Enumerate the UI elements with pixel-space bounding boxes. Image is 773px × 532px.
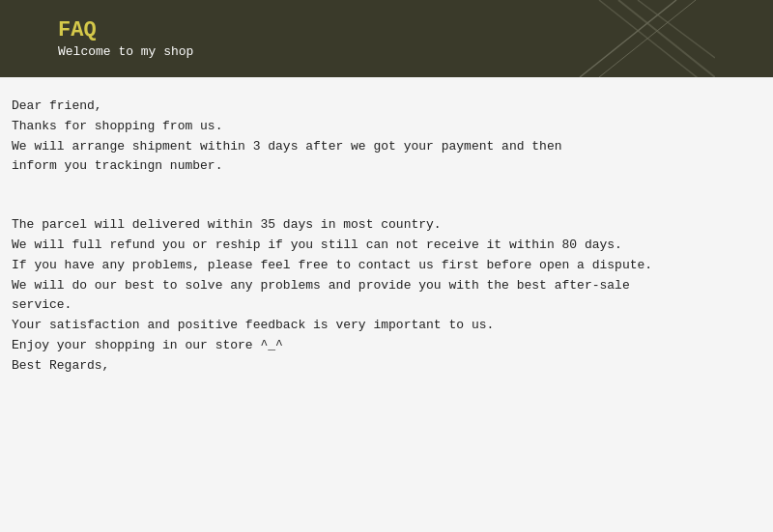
- svg-line-0: [618, 0, 715, 77]
- line7: We will do our best to solve any problem…: [12, 276, 761, 296]
- line9: Your satisfaction and positive feedback …: [12, 316, 761, 336]
- line2: We will arrange shipment within 3 days a…: [12, 137, 761, 157]
- svg-line-3: [580, 0, 676, 77]
- spacer: [12, 177, 761, 215]
- line4: The parcel will delivered within 35 days…: [12, 215, 761, 236]
- faq-content: Dear friend, Thanks for shopping from us…: [0, 77, 773, 532]
- line5: We will full refund you or reship if you…: [12, 236, 761, 256]
- svg-line-1: [638, 0, 715, 58]
- header-text-block: FAQ Welcome to my shop: [58, 18, 193, 59]
- line8: service.: [12, 295, 761, 316]
- svg-line-2: [599, 0, 715, 77]
- line1: Thanks for shopping from us.: [12, 117, 761, 137]
- header-title: FAQ: [58, 18, 193, 42]
- line3: inform you trackingn number.: [12, 156, 761, 177]
- header-decoration-icon: [541, 0, 715, 77]
- header-subtitle: Welcome to my shop: [58, 44, 193, 59]
- line11: Best Regards,: [12, 356, 761, 377]
- line6: If you have any problems, please feel fr…: [12, 256, 761, 276]
- line10: Enjoy your shopping in our store ^_^: [12, 336, 761, 356]
- page-header: FAQ Welcome to my shop: [0, 0, 773, 77]
- greeting: Dear friend,: [12, 97, 761, 117]
